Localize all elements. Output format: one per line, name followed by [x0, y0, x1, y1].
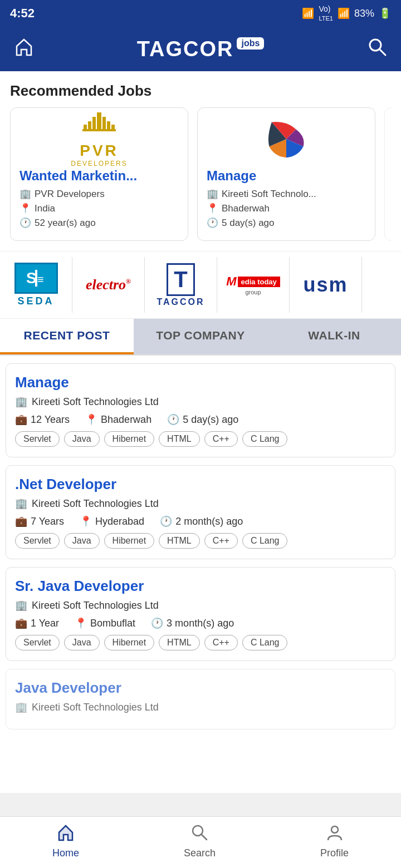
location-icon-4: 📍 [80, 515, 92, 527]
home-header-icon[interactable] [13, 36, 35, 62]
profile-nav-label: Profile [320, 847, 349, 859]
skill-tag: Servlet [15, 635, 60, 650]
location-icon-5: 📍 [75, 617, 87, 629]
job-title-3: Sr. Java Developer [15, 578, 386, 595]
briefcase-icon-3: 💼 [15, 617, 27, 629]
recommended-section: Recommended Jobs [0, 71, 401, 251]
kireeti-location: 📍 Bhaderwah [207, 203, 366, 214]
job-company-4: 🏢 Kireeti Soft Technologies Ltd [15, 701, 386, 713]
tagcor-strip-logo[interactable]: T TAGCOR [145, 257, 217, 313]
svg-rect-8 [111, 125, 115, 129]
svg-text:≡: ≡ [37, 273, 44, 285]
job-card-kireeti[interactable]: Manage 🏢 Kireeti Soft Technolo... 📍 Bhad… [197, 107, 375, 241]
job-details-3: 💼 1 Year 📍 Bombuflat 🕐 3 month(s) ago [15, 617, 386, 629]
kireeti-job-title: Manage [207, 168, 366, 184]
app-logo: TAGCOR jobs [137, 37, 265, 61]
pvr-logo: PVR DEVELOPERS [19, 117, 179, 161]
job-skills-1: Servlet Java Hibernet HTML C++ C Lang [15, 431, 386, 447]
skill-tag: C Lang [242, 635, 288, 650]
tab-top-company[interactable]: TOP COMPANY [134, 319, 267, 354]
company-logos-strip: S ≡ SEDA electro® T TAGCOR [0, 251, 401, 319]
job-time-2: 🕐 2 month(s) ago [160, 515, 243, 527]
building-icon-5: 🏢 [15, 599, 27, 611]
bottom-nav-home[interactable]: Home [52, 823, 79, 859]
skill-tag: Hibernet [104, 635, 154, 650]
recommended-title: Recommended Jobs [10, 82, 391, 100]
building-icon: 🏢 [19, 188, 31, 200]
wifi-icon: 📶 [302, 7, 314, 19]
svg-line-1 [379, 49, 385, 55]
job-location-3: 📍 Bombuflat [75, 617, 135, 629]
signal-lte-icon: Vo)LTE1 [319, 4, 332, 22]
pvr-location: 📍 India [19, 203, 179, 214]
job-list-item-4[interactable]: Java Developer 🏢 Kireeti Soft Technologi… [6, 669, 395, 729]
job-details-2: 💼 7 Years 📍 Hyderabad 🕐 2 month(s) ago [15, 515, 386, 527]
logo-badge: jobs [237, 37, 264, 50]
tab-recent-post[interactable]: RECENT POST [0, 319, 134, 354]
clock-icon: 🕐 [19, 217, 31, 229]
skill-tag: C Lang [242, 533, 288, 549]
skill-tag: HTML [159, 533, 200, 549]
skill-tag: Servlet [15, 431, 60, 447]
usm-logo[interactable]: usm [290, 257, 362, 313]
svg-line-16 [201, 834, 207, 840]
kireeti-company: 🏢 Kireeti Soft Technolo... [207, 188, 366, 200]
briefcase-icon-1: 💼 [15, 413, 27, 426]
bottom-nav-profile[interactable]: Profile [320, 823, 349, 859]
clock-icon-2: 🕐 [207, 217, 218, 229]
job-title-1: Manage [15, 374, 386, 391]
svg-rect-9 [82, 129, 116, 131]
header-search-icon[interactable] [366, 36, 388, 62]
job-title-2: .Net Developer [15, 476, 386, 493]
skill-tag: C++ [204, 635, 238, 650]
skill-tag: C++ [204, 533, 238, 549]
seda-logo[interactable]: S ≡ SEDA [0, 257, 72, 313]
status-right: 📶 Vo)LTE1 📶 83% 🔋 [302, 4, 391, 22]
pvr-time: 🕐 52 year(s) ago [19, 217, 179, 229]
job-list-item-1[interactable]: Manage 🏢 Kireeti Soft Technologies Ltd 💼… [6, 363, 395, 457]
svg-rect-7 [84, 125, 87, 129]
skill-tag: C Lang [242, 431, 288, 447]
skill-tag: Hibernet [104, 431, 154, 447]
skill-tag: C++ [204, 431, 238, 447]
pvr-company: 🏢 PVR Developers [19, 188, 179, 200]
logo-text: TAGCOR [137, 37, 234, 61]
app-header: TAGCOR jobs [0, 27, 401, 71]
job-card-pvr[interactable]: PVR DEVELOPERS Wanted Marketin... 🏢 PVR … [10, 107, 188, 241]
job-time-1: 🕐 5 day(s) ago [167, 413, 238, 426]
svg-text:S: S [26, 269, 37, 287]
bottom-nav: Home Search Profile [0, 816, 401, 868]
building-icon-2: 🏢 [207, 188, 218, 200]
skill-tag: HTML [159, 635, 200, 650]
skill-tag: Hibernet [104, 533, 154, 549]
job-list-item-3[interactable]: Sr. Java Developer 🏢 Kireeti Soft Techno… [6, 567, 395, 661]
job-title-4: Java Developer [15, 679, 386, 697]
skill-tag: Servlet [15, 533, 60, 549]
location-icon-3: 📍 [85, 413, 97, 426]
clock-icon-4: 🕐 [160, 515, 172, 527]
building-icon-4: 🏢 [15, 497, 27, 510]
home-nav-icon [57, 823, 75, 845]
job-company-3: 🏢 Kireeti Soft Technologies Ltd [15, 599, 386, 611]
tab-walk-in[interactable]: WALK-IN [267, 319, 401, 354]
kireeti-logo [207, 117, 366, 161]
job-experience-2: 💼 7 Years [15, 515, 64, 527]
pvr-job-title: Wanted Marketin... [19, 168, 179, 184]
bottom-nav-search[interactable]: Search [184, 823, 216, 859]
kireeti-time: 🕐 5 day(s) ago [207, 217, 366, 229]
job-experience-3: 💼 1 Year [15, 617, 59, 629]
home-nav-label: Home [52, 847, 79, 859]
media-today-logo[interactable]: M edia today group [217, 257, 290, 313]
status-time: 4:52 [10, 6, 35, 21]
job-details-1: 💼 12 Years 📍 Bhaderwah 🕐 5 day(s) ago [15, 413, 386, 426]
recommended-scroll: PVR DEVELOPERS Wanted Marketin... 🏢 PVR … [10, 107, 391, 245]
skill-tag: Java [64, 635, 100, 650]
job-company-2: 🏢 Kireeti Soft Technologies Ltd [15, 497, 386, 510]
job-list-item-2[interactable]: .Net Developer 🏢 Kireeti Soft Technologi… [6, 465, 395, 559]
job-card-partial[interactable]: 🏢 .N... [384, 107, 391, 241]
status-bar: 4:52 📶 Vo)LTE1 📶 83% 🔋 [0, 0, 401, 27]
skill-tag: HTML [159, 431, 200, 447]
svg-rect-5 [88, 121, 91, 129]
skill-tag: Java [64, 533, 100, 549]
electro-logo[interactable]: electro® [72, 257, 145, 313]
